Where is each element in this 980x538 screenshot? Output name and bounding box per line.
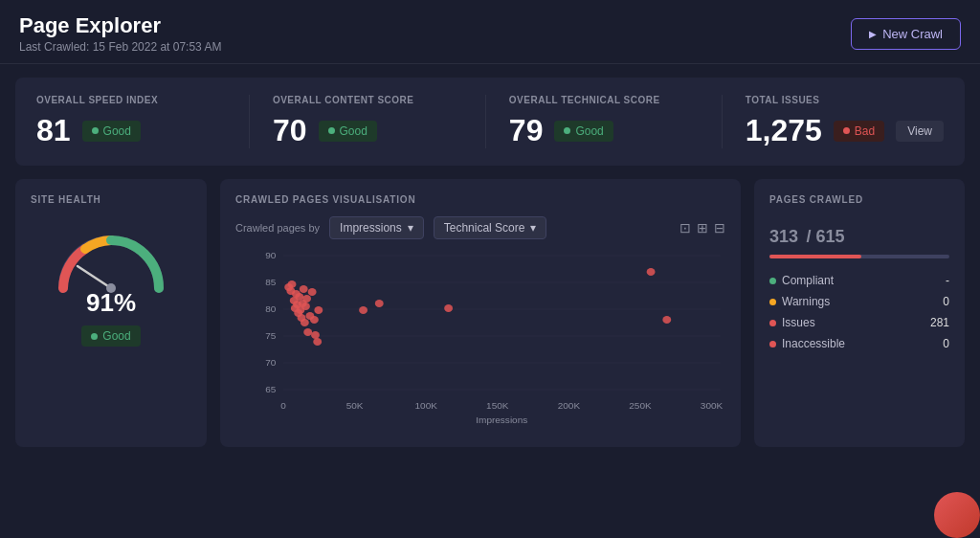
content-score-label: OVERALL CONTENT SCORE xyxy=(273,95,462,105)
content-badge-label: Good xyxy=(340,124,368,138)
stat-row-issues: Issues 281 xyxy=(769,316,949,329)
avatar[interactable] xyxy=(934,492,980,538)
compliant-dot xyxy=(769,278,776,284)
svg-text:150K: 150K xyxy=(486,400,509,410)
pages-crawled-title: PAGES CRAWLED xyxy=(769,194,949,205)
impressions-dropdown-label: Impressions xyxy=(340,221,402,235)
issues-label: Issues xyxy=(782,316,815,329)
issues-dot xyxy=(769,320,776,326)
pages-progress-bar xyxy=(769,255,949,258)
technical-score-badge: Good xyxy=(554,121,612,142)
compliant-label: Compliant xyxy=(782,274,834,287)
chevron-down-icon: ▾ xyxy=(408,221,413,235)
pages-crawled-panel: PAGES CRAWLED 313 / 615 Compliant - Warn… xyxy=(754,179,965,447)
site-health-title: SITE HEALTH xyxy=(31,194,191,205)
svg-text:100K: 100K xyxy=(415,400,438,410)
gauge-svg xyxy=(49,216,173,298)
speed-index-card: OVERALL SPEED INDEX 81 Good xyxy=(36,95,250,148)
svg-text:200K: 200K xyxy=(558,400,581,410)
compliant-label-group: Compliant xyxy=(769,274,834,287)
inaccessible-dot xyxy=(769,341,776,347)
inaccessible-label: Inaccessible xyxy=(782,337,845,350)
warnings-label-group: Warnings xyxy=(769,295,830,308)
chart-controls: Crawled pages by Impressions ▾ Technical… xyxy=(235,216,725,239)
svg-point-34 xyxy=(300,285,308,293)
svg-point-37 xyxy=(302,295,311,303)
stat-row-warnings: Warnings 0 xyxy=(769,295,949,308)
svg-text:85: 85 xyxy=(265,277,276,286)
chart-panel: CRAWLED PAGES VISUALISATION Crawled page… xyxy=(220,179,741,447)
gauge-container: 91% Good xyxy=(31,216,191,347)
score-cards-row: OVERALL SPEED INDEX 81 Good OVERALL CONT… xyxy=(15,78,965,166)
technical-score-dropdown-label: Technical Score xyxy=(444,221,525,235)
speed-index-label: OVERALL SPEED INDEX xyxy=(36,95,226,105)
svg-line-0 xyxy=(78,266,111,288)
technical-score-label: OVERALL TECHNICAL SCORE xyxy=(509,95,699,105)
svg-point-44 xyxy=(314,306,323,314)
content-badge-dot xyxy=(328,127,335,134)
svg-text:75: 75 xyxy=(265,330,276,340)
content-score-value: 70 xyxy=(273,113,307,148)
speed-index-value: 81 xyxy=(36,113,71,148)
pages-bar-fill xyxy=(769,255,861,258)
svg-point-48 xyxy=(647,268,656,276)
content-score-badge: Good xyxy=(319,121,377,142)
technical-badge-label: Good xyxy=(575,124,603,138)
svg-text:300K: 300K xyxy=(701,400,724,410)
svg-text:70: 70 xyxy=(265,357,276,367)
svg-text:50K: 50K xyxy=(346,400,364,410)
issues-badge-label: Bad xyxy=(855,124,875,138)
chart-icon-group: ⊡ ⊞ ⊟ xyxy=(679,220,725,235)
header-title-group: Page Explorer Last Crawled: 15 Feb 2022 … xyxy=(19,13,221,54)
technical-score-value-row: 79 Good xyxy=(509,113,699,148)
total-issues-card: TOTAL ISSUES 1,275 Bad View xyxy=(723,95,944,148)
svg-point-45 xyxy=(359,306,368,314)
svg-point-46 xyxy=(375,300,384,307)
svg-point-43 xyxy=(313,338,322,346)
inaccessible-value: 0 xyxy=(943,337,949,350)
chart-icon-download[interactable]: ⊟ xyxy=(714,220,725,235)
issues-value: 281 xyxy=(930,316,949,329)
svg-point-42 xyxy=(311,331,320,339)
chart-crawled-by-label: Crawled pages by xyxy=(235,222,320,234)
speed-badge-dot xyxy=(92,127,99,134)
impressions-dropdown[interactable]: Impressions ▾ xyxy=(329,216,424,239)
chart-icon-expand[interactable]: ⊡ xyxy=(679,220,691,235)
stat-row-inaccessible: Inaccessible 0 xyxy=(769,337,949,350)
speed-index-value-row: 81 Good xyxy=(36,113,226,148)
chevron-down-icon-2: ▾ xyxy=(530,221,536,235)
total-issues-badge: Bad xyxy=(834,121,884,142)
svg-text:80: 80 xyxy=(265,303,276,313)
page-title: Page Explorer xyxy=(19,13,221,38)
svg-text:65: 65 xyxy=(265,384,276,393)
total-issues-value: 1,275 xyxy=(746,113,822,148)
content-score-value-row: 70 Good xyxy=(273,113,462,148)
svg-point-24 xyxy=(288,280,297,288)
pages-crawled-value: 313 / 615 xyxy=(769,216,949,249)
last-crawled-text: Last Crawled: 15 Feb 2022 at 07:53 AM xyxy=(19,40,221,54)
technical-score-card: OVERALL TECHNICAL SCORE 79 Good xyxy=(486,95,723,148)
gauge-percentage: 91% xyxy=(86,288,136,318)
pages-total-count: 615 xyxy=(815,227,844,246)
total-issues-value-row: 1,275 Bad View xyxy=(746,113,944,148)
speed-index-badge: Good xyxy=(82,121,141,142)
svg-point-38 xyxy=(303,328,312,336)
scatter-svg: 90 85 80 75 70 65 0 50K 100K 150K 200K 2… xyxy=(235,251,725,437)
play-icon: ▶ xyxy=(869,29,877,39)
view-button[interactable]: View xyxy=(896,121,944,142)
chart-icon-grid[interactable]: ⊞ xyxy=(697,220,708,235)
technical-score-value: 79 xyxy=(509,113,544,148)
new-crawl-button[interactable]: ▶ New Crawl xyxy=(851,18,961,50)
pages-crawled-count: 313 xyxy=(769,227,798,246)
svg-text:Impressions: Impressions xyxy=(476,415,527,424)
technical-score-dropdown[interactable]: Technical Score ▾ xyxy=(434,216,547,239)
page-header: Page Explorer Last Crawled: 15 Feb 2022 … xyxy=(0,0,980,64)
total-issues-label: TOTAL ISSUES xyxy=(746,95,944,105)
chart-title: CRAWLED PAGES VISUALISATION xyxy=(235,194,725,205)
warnings-label: Warnings xyxy=(782,295,830,308)
scatter-plot-area: 90 85 80 75 70 65 0 50K 100K 150K 200K 2… xyxy=(235,251,725,437)
technical-badge-dot xyxy=(564,127,570,134)
pages-total-separator: / xyxy=(806,227,815,246)
svg-text:90: 90 xyxy=(265,251,276,260)
site-health-badge: Good xyxy=(81,325,140,347)
